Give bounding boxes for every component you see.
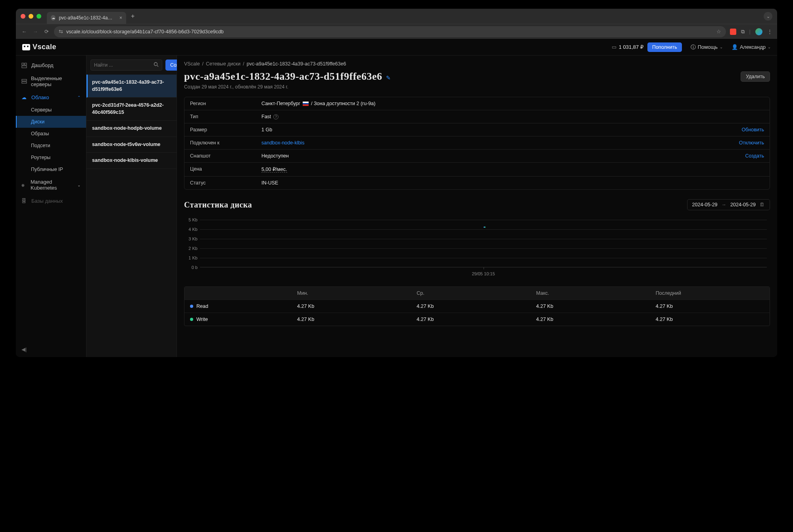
sidebar-sub-servers[interactable]: Серверы xyxy=(16,104,86,116)
disk-search-box[interactable] xyxy=(90,60,162,71)
sidebar-sub-publicip[interactable]: Публичные IP xyxy=(16,163,86,175)
sidebar-sub-images[interactable]: Образы xyxy=(16,128,86,140)
nav-forward-icon[interactable]: → xyxy=(32,29,39,35)
user-label: Александр xyxy=(740,44,766,50)
sidebar-collapse-button[interactable]: ◀| xyxy=(21,346,27,352)
stats-table: Мин. Ср. Макс. Последний Read 4.27 Kb 4.… xyxy=(184,286,770,326)
info-value-snapshot: Недоступен xyxy=(256,150,739,162)
stats-row-read: Read 4.27 Kb 4.27 Kb 4.27 Kb 4.27 Kb xyxy=(184,300,770,313)
disk-info-table: Регион Санкт-Петербург / Зона доступност… xyxy=(184,97,770,190)
ytick-label: 5 Kb xyxy=(184,217,198,222)
sidebar-item-cloud[interactable]: ☁ Облако ⌃ xyxy=(16,91,86,104)
sidebar-sub-routers[interactable]: Роутеры xyxy=(16,152,86,163)
detach-button[interactable]: Отключить xyxy=(733,136,770,149)
window-maximize-icon[interactable] xyxy=(36,14,41,19)
sidebar-item-label: Публичные IP xyxy=(31,167,63,172)
info-label-size: Размер xyxy=(184,123,256,136)
chart-point-write xyxy=(484,227,486,228)
user-icon: 👤 xyxy=(732,44,738,50)
address-url: vscale.io/cloud/block-storage/a64b1ca7-c… xyxy=(66,29,713,35)
chevron-down-icon: ⌄ xyxy=(720,45,723,49)
nav-reload-icon[interactable]: ⟳ xyxy=(43,29,50,35)
tab-title: pvc-a9a45e1c-1832-4a39-a… xyxy=(59,15,114,21)
stats-col-min: Мин. xyxy=(292,287,411,300)
stats-col-max: Макс. xyxy=(531,287,650,300)
breadcrumb-link[interactable]: VScale xyxy=(184,61,200,67)
flag-ru-icon xyxy=(303,102,309,106)
profile-icon[interactable] xyxy=(755,28,762,35)
sidebar-item-label: Диски xyxy=(31,119,44,125)
ytick-label: 3 Kb xyxy=(184,236,198,241)
nav-back-icon[interactable]: ← xyxy=(21,29,28,35)
breadcrumb-link[interactable]: Сетевые диски xyxy=(206,61,240,67)
attached-server-link[interactable]: sandbox-node-klbis xyxy=(261,140,304,146)
legend-dot-icon xyxy=(190,318,193,321)
window-minimize-icon[interactable] xyxy=(29,14,33,19)
info-value-price: 5,00 ₽/мес. xyxy=(256,163,770,176)
stats-title: Статистика диска xyxy=(184,200,252,209)
sidebar-item-dashboard[interactable]: Дашборд xyxy=(16,59,86,72)
cloud-icon: ☁ xyxy=(21,94,27,100)
breadcrumb: VScale/ Сетевые диски/ pvc-a9a45e1c-1832… xyxy=(184,61,770,67)
window-close-icon[interactable] xyxy=(21,14,25,19)
tab-close-icon[interactable]: × xyxy=(119,15,122,21)
wallet-icon: ▭ xyxy=(612,44,616,50)
stats-row-write: Write 4.27 Kb 4.27 Kb 4.27 Kb 4.27 Kb xyxy=(184,313,770,326)
breadcrumb-current: pvc-a9a45e1c-1832-4a39-ac73-d51f9ffe63e6 xyxy=(247,61,346,67)
disk-list-item[interactable]: sandbox-node-t5v6w-volume xyxy=(86,137,177,153)
sidebar-item-k8s[interactable]: ⎈ Managed Kubernetes ⌄ xyxy=(16,175,86,194)
page-title: pvc-a9a45e1c-1832-4a39-ac73-d51f9ffe63e6 xyxy=(184,71,382,82)
info-value-attached: sandbox-node-klbis xyxy=(256,136,733,149)
disk-list-item[interactable]: pvc-a9a45e1c-1832-4a39-ac73-d51f9ffe63e6 xyxy=(86,75,177,98)
ytick-label: 2 Kb xyxy=(184,246,198,251)
chrome-overflow-icon[interactable]: ⋮ xyxy=(767,29,772,35)
help-label: Помощь xyxy=(698,44,718,50)
chrome-menu-icon[interactable]: ⌄ xyxy=(764,12,772,21)
resize-button[interactable]: Обновить xyxy=(736,123,770,136)
date-range-picker[interactable]: 2024-05-29 → 2024-05-29 🗓 xyxy=(687,199,770,210)
site-info-icon[interactable]: ⇆ xyxy=(59,29,63,35)
sidebar-item-label: Базы данных xyxy=(31,198,63,204)
topup-button[interactable]: Пополнить xyxy=(647,42,682,52)
info-value-type: Fast ? xyxy=(256,110,770,123)
svg-rect-2 xyxy=(22,66,27,68)
svg-rect-0 xyxy=(22,63,24,65)
search-icon xyxy=(154,62,159,68)
delete-button[interactable]: Удалить xyxy=(741,71,770,82)
new-tab-button[interactable]: + xyxy=(131,13,134,20)
logo[interactable]: Vscale xyxy=(22,43,56,51)
disk-list-item[interactable]: sandbox-node-hodpb-volume xyxy=(86,121,177,137)
logo-icon xyxy=(22,44,30,50)
ytick-label: 0 b xyxy=(184,265,198,270)
sidebar-item-db[interactable]: 🗄 Базы данных xyxy=(16,194,86,207)
extensions-icon[interactable]: ⧉ xyxy=(741,29,745,35)
browser-tab[interactable]: ☁ pvc-a9a45e1c-1832-4a39-a… × xyxy=(47,12,126,24)
sidebar-item-dedicated[interactable]: Выделенные серверы xyxy=(16,72,86,91)
disk-list-item[interactable]: sandbox-node-klbis-volume xyxy=(86,153,177,169)
help-menu[interactable]: ⓘ Помощь ⌄ xyxy=(691,44,723,51)
disk-list-item[interactable]: pvc-2cd31d7f-2eea-4576-a2d2-40c40f569c15 xyxy=(86,98,177,121)
logo-text: Vscale xyxy=(33,43,56,51)
sidebar-item-label: Облако xyxy=(31,94,49,100)
user-menu[interactable]: 👤 Александр ⌄ xyxy=(732,44,771,50)
calendar-icon: 🗓 xyxy=(760,202,765,207)
sidebar-item-label: Дашборд xyxy=(31,62,54,68)
edit-title-icon[interactable]: ✎ xyxy=(386,75,391,81)
extension-icon[interactable] xyxy=(730,29,736,35)
svg-rect-1 xyxy=(25,63,27,65)
address-bar[interactable]: ⇆ vscale.io/cloud/block-storage/a64b1ca7… xyxy=(54,26,726,37)
help-icon[interactable]: ? xyxy=(273,114,278,119)
sidebar-sub-subnets[interactable]: Подсети xyxy=(16,140,86,152)
balance: ▭ 1 031,87 ₽ xyxy=(612,44,643,50)
xtick-label: 29/05 10:15 xyxy=(472,271,495,276)
ytick-label: 4 Kb xyxy=(184,227,198,232)
bookmark-icon[interactable]: ☆ xyxy=(716,29,721,35)
sidebar-sub-disks[interactable]: Диски xyxy=(16,116,86,128)
info-value-size: 1 Gb xyxy=(256,123,736,136)
disk-search-input[interactable] xyxy=(94,62,154,68)
dashboard-icon xyxy=(21,63,27,68)
stats-col-avg: Ср. xyxy=(411,287,530,300)
sidebar-item-label: Подсети xyxy=(31,143,50,148)
sidebar-item-label: Серверы xyxy=(31,107,52,113)
create-snapshot-button[interactable]: Создать xyxy=(739,150,770,162)
